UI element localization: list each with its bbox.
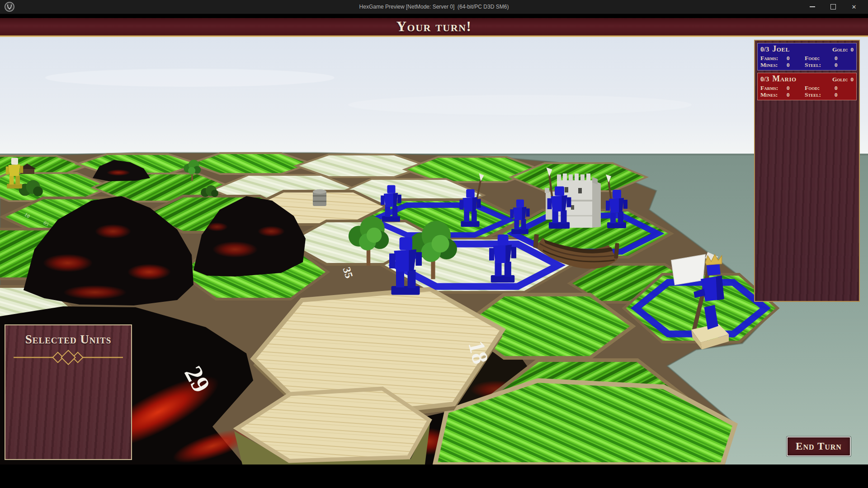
maximize-icon bbox=[830, 4, 836, 9]
steel-label: Steel: bbox=[805, 91, 835, 98]
turn-banner: Your turn! bbox=[0, 18, 868, 35]
window-titlebar: HexGame Preview [NetMode: Server 0] (64-… bbox=[0, 0, 868, 14]
minimize-button[interactable] bbox=[802, 0, 823, 14]
mines-label: Mines: bbox=[760, 61, 787, 68]
divider-ornament bbox=[5, 348, 131, 366]
food-value: 0 bbox=[835, 84, 854, 91]
turn-banner-text: Your turn! bbox=[396, 19, 472, 35]
selected-units-title: Selected Units bbox=[5, 333, 131, 347]
gold-label: Gold: bbox=[832, 45, 848, 54]
gold-value: 0 bbox=[851, 45, 854, 54]
close-icon: ✕ bbox=[852, 4, 857, 10]
farms-value: 0 bbox=[787, 84, 805, 91]
farms-value: 0 bbox=[787, 55, 805, 61]
close-button[interactable]: ✕ bbox=[844, 0, 864, 14]
mines-value: 0 bbox=[787, 61, 805, 68]
scoreboard-panel: 0/3 Joel Gold: 0 Farms: 0 Food: 0 Mines:… bbox=[754, 40, 860, 302]
player-panel-mario: 0/3 Mario Gold: 0 Farms: 0 Food: 0 Mines… bbox=[757, 73, 857, 100]
steel-value: 0 bbox=[835, 61, 854, 68]
player-ready-count: 0/3 bbox=[760, 45, 769, 54]
player-panel-joel: 0/3 Joel Gold: 0 Farms: 0 Food: 0 Mines:… bbox=[757, 43, 857, 70]
gold-value: 0 bbox=[851, 75, 854, 84]
mines-value: 0 bbox=[787, 91, 805, 98]
barrel bbox=[313, 189, 326, 206]
window-title: HexGame Preview [NetMode: Server 0] (64-… bbox=[0, 0, 868, 14]
food-label: Food: bbox=[805, 84, 835, 91]
window-controls: ✕ bbox=[802, 0, 864, 14]
selected-units-panel: Selected Units bbox=[5, 324, 132, 460]
steel-label: Steel: bbox=[805, 61, 835, 68]
farms-label: Farms: bbox=[760, 55, 787, 61]
minimize-icon bbox=[810, 6, 815, 7]
food-label: Food: bbox=[805, 55, 835, 61]
mines-label: Mines: bbox=[760, 91, 787, 98]
steel-value: 0 bbox=[835, 91, 854, 98]
food-value: 0 bbox=[835, 55, 854, 61]
gold-label: Gold: bbox=[832, 75, 848, 84]
maximize-button[interactable] bbox=[823, 0, 844, 14]
player-name: Joel bbox=[772, 44, 789, 53]
player-name: Mario bbox=[772, 74, 796, 83]
game-window: HexGame Preview [NetMode: Server 0] (64-… bbox=[0, 0, 868, 488]
player-ready-count: 0/3 bbox=[760, 75, 769, 84]
farms-label: Farms: bbox=[760, 84, 787, 91]
end-turn-button[interactable]: End Turn bbox=[787, 436, 851, 456]
